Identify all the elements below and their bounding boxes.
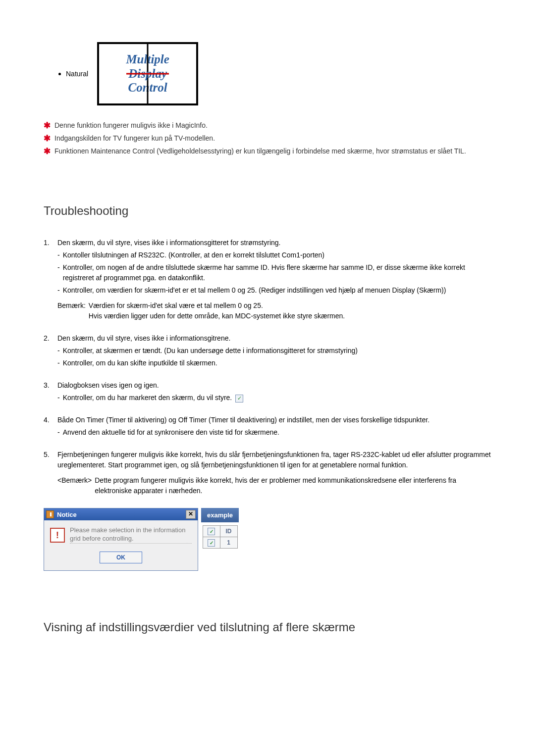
note-text-line: Hvis værdien ligger uden for dette områd… bbox=[89, 312, 345, 320]
notice-dialog: Notice ✕ ! Please make selection in the … bbox=[44, 508, 198, 571]
troubleshooting-item: 1. Den skærm, du vil styre, vises ikke i… bbox=[44, 238, 491, 321]
item-sub: Anvend den aktuelle tid for at synkronis… bbox=[63, 427, 491, 438]
natural-label: Natural bbox=[66, 70, 88, 78]
dash-icon: - bbox=[57, 262, 60, 283]
item-sub: Kontroller, at skærmen er tændt. (Du kan… bbox=[63, 346, 491, 356]
close-button[interactable]: ✕ bbox=[186, 510, 196, 519]
item-title: Den skærm, du vil styre, vises ikke i in… bbox=[57, 333, 491, 344]
item-number: 3. bbox=[44, 380, 54, 391]
dash-icon: - bbox=[57, 285, 60, 296]
star-icon: ✱ bbox=[44, 120, 51, 131]
troubleshooting-item: 2. Den skærm, du vil styre, vises ikke i… bbox=[44, 333, 491, 368]
item-number: 5. bbox=[44, 450, 54, 470]
dash-icon: - bbox=[57, 427, 60, 438]
troubleshooting-item: 3. Dialogboksen vises igen og igen. - Ko… bbox=[44, 380, 491, 403]
example-table: ✓ ID ✓ 1 bbox=[203, 525, 238, 549]
troubleshooting-heading: Troubleshooting bbox=[44, 204, 491, 218]
note-label: Bemærk: bbox=[57, 301, 86, 321]
multi-display-heading: Visning af indstillingsværdier ved tilsl… bbox=[44, 620, 491, 634]
item-number: 1. bbox=[44, 238, 54, 248]
app-icon bbox=[46, 510, 54, 518]
item-sub: Kontroller, om nogen af de andre tilslut… bbox=[63, 262, 491, 283]
item-number: 4. bbox=[44, 415, 54, 425]
footnote-text: Indgangskilden for TV fungerer kun på TV… bbox=[54, 133, 491, 144]
example-label: example bbox=[201, 508, 239, 522]
bullet-dot-icon bbox=[58, 73, 61, 75]
dialog-message: Please make selection in the information… bbox=[70, 526, 192, 544]
footnote-line: ✱ Funktionen Maintenance Control (Vedlig… bbox=[44, 146, 491, 157]
note-text-line: Værdien for skærm-id'et skal være et tal… bbox=[89, 302, 263, 309]
item-number: 2. bbox=[44, 333, 54, 344]
note-text: Dette program fungerer muligvis ikke kor… bbox=[95, 475, 491, 496]
dash-icon: - bbox=[57, 346, 60, 356]
note-label: <Bemærk> bbox=[57, 475, 92, 496]
dash-icon: - bbox=[57, 250, 60, 260]
star-icon: ✱ bbox=[44, 133, 51, 144]
natural-bullet-item: Natural bbox=[58, 70, 88, 78]
item-sub: Kontroller, om du kan skifte inputkilde … bbox=[63, 358, 491, 368]
checkbox-icon: ✓ bbox=[208, 539, 215, 547]
troubleshooting-item: 5. Fjernbetjeningen fungerer muligvis ik… bbox=[44, 450, 491, 496]
item-sub: Kontoller tilslutningen af RS232C. (Kont… bbox=[63, 250, 491, 260]
footnote-text: Funktionen Maintenance Control (Vedligeh… bbox=[54, 146, 491, 157]
footnote-line: ✱ Indgangskilden for TV fungerer kun på … bbox=[44, 133, 491, 144]
mdc-text-2: Display bbox=[128, 67, 167, 81]
checkbox-icon: ✓ bbox=[208, 528, 215, 535]
table-cell-check: ✓ bbox=[203, 537, 220, 549]
alert-icon: ! bbox=[50, 528, 65, 543]
item-sub: Kontroller, om du har markeret den skærm… bbox=[63, 393, 491, 403]
dialog-title: Notice bbox=[57, 511, 77, 518]
item-title: Dialogboksen vises igen og igen. bbox=[57, 380, 491, 391]
footnote-line: ✱ Denne funktion fungerer muligvis ikke … bbox=[44, 120, 491, 131]
dash-icon: - bbox=[57, 358, 60, 368]
table-header-check: ✓ bbox=[203, 526, 220, 537]
item-title: Den skærm, du vil styre, vises ikke i in… bbox=[57, 238, 491, 248]
dash-icon: - bbox=[57, 393, 60, 403]
dialog-titlebar: Notice ✕ bbox=[44, 508, 198, 520]
item-sub: Kontroller, om værdien for skærm-id'et e… bbox=[63, 285, 491, 296]
mdc-logo-box: Multiple Display Control bbox=[97, 42, 198, 105]
footnote-text: Denne funktion fungerer muligvis ikke i … bbox=[54, 120, 491, 131]
checkbox-icon: ✓ bbox=[235, 395, 243, 403]
table-header-id: ID bbox=[220, 526, 237, 537]
troubleshooting-item: 4. Både On Timer (Timer til aktivering) … bbox=[44, 415, 491, 438]
item-title: Både On Timer (Timer til aktivering) og … bbox=[57, 415, 491, 425]
ok-button[interactable]: OK bbox=[100, 552, 142, 563]
note-text: Værdien for skærm-id'et skal være et tal… bbox=[89, 301, 491, 321]
star-icon: ✱ bbox=[44, 146, 51, 157]
item-title: Fjernbetjeningen fungerer muligvis ikke … bbox=[57, 450, 491, 470]
item-sub-text: Kontroller, om du har markeret den skærm… bbox=[63, 394, 232, 402]
table-cell-id: 1 bbox=[220, 537, 237, 549]
